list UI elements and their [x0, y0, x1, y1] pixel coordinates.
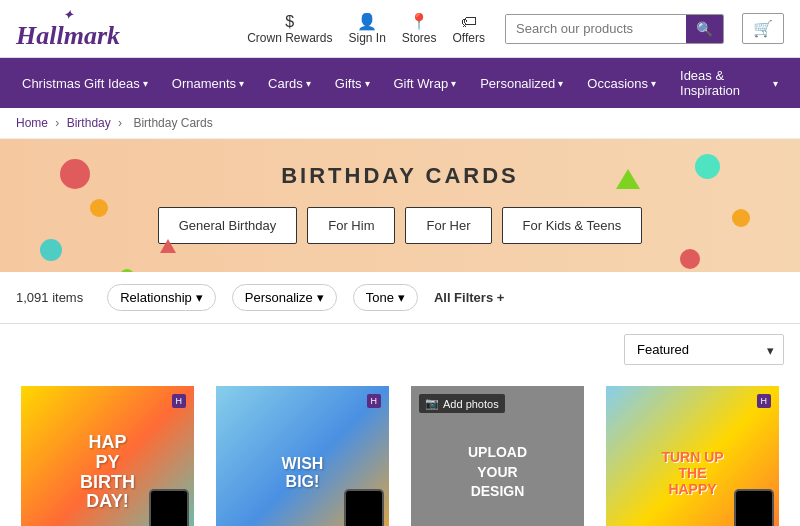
breadcrumb-birthday[interactable]: Birthday: [67, 116, 111, 130]
nav-gift-wrap[interactable]: Gift Wrap ▾: [382, 66, 469, 101]
hero-banner: BIRTHDAY CARDS General Birthday For Him …: [0, 139, 800, 272]
product-card-1[interactable]: HAPPYBIRTHDAY! venmo H ADD TO CART $4.99…: [10, 375, 205, 526]
nav-personalized[interactable]: Personalized ▾: [468, 66, 575, 101]
sign-in-link[interactable]: 👤 Sign In: [348, 12, 385, 45]
stores-link[interactable]: 📍 Stores: [402, 12, 437, 45]
sort-select[interactable]: Featured Best Sellers Price: Low to High…: [624, 334, 784, 365]
sort-row: Featured Best Sellers Price: Low to High…: [0, 324, 800, 375]
tone-filter[interactable]: Tone ▾: [353, 284, 418, 311]
offers-label: Offers: [453, 31, 485, 45]
nav-ideas-inspiration[interactable]: Ideas & Inspiration ▾: [668, 58, 790, 108]
product-2-card-text: WISHBIG!: [282, 455, 324, 491]
phone-overlay-icon: [149, 489, 189, 526]
product-image-4: TURN UPTHEHAPPY venmo H: [606, 386, 779, 526]
chevron-down-icon: ▾: [196, 290, 203, 305]
main-nav: Christmas Gift Ideas ▾ Ornaments ▾ Cards…: [0, 58, 800, 108]
camera-icon: 📷: [425, 397, 439, 410]
sign-in-icon: 👤: [357, 12, 377, 31]
relationship-filter-label: Relationship: [120, 290, 192, 305]
product-image-1: HAPPYBIRTHDAY! venmo H: [21, 386, 194, 526]
search-bar: 🔍: [505, 14, 724, 44]
nav-occasions[interactable]: Occasions ▾: [575, 66, 668, 101]
product-3-card-text: UPLOADYOURDESIGN: [468, 443, 527, 502]
offers-icon: 🏷: [461, 13, 477, 31]
nav-ornaments-label: Ornaments: [172, 76, 236, 91]
nav-gifts-label: Gifts: [335, 76, 362, 91]
nav-christmas-gift-ideas[interactable]: Christmas Gift Ideas ▾: [10, 66, 160, 101]
chevron-down-icon: ▾: [558, 78, 563, 89]
product-1-card-text: HAPPYBIRTHDAY!: [80, 433, 135, 512]
personalize-filter-label: Personalize: [245, 290, 313, 305]
offers-link[interactable]: 🏷 Offers: [453, 13, 485, 45]
personalize-filter[interactable]: Personalize ▾: [232, 284, 337, 311]
nav-cards[interactable]: Cards ▾: [256, 66, 323, 101]
hallmark-logo-badge: H: [367, 394, 382, 408]
nav-gift-wrap-label: Gift Wrap: [394, 76, 449, 91]
product-image-3: UPLOADYOURDESIGN 📷 Add photos: [411, 386, 584, 526]
filter-for-kids-teens[interactable]: For Kids & Teens: [502, 207, 643, 244]
chevron-down-icon: ▾: [451, 78, 456, 89]
product-card-4[interactable]: TURN UPTHEHAPPY venmo H ADD TO CART $4.9…: [595, 375, 790, 526]
filter-for-her[interactable]: For Her: [405, 207, 491, 244]
hallmark-logo-badge: H: [757, 394, 772, 408]
filter-general-birthday[interactable]: General Birthday: [158, 207, 298, 244]
breadcrumb: Home › Birthday › Birthday Cards: [0, 108, 800, 139]
crown-rewards-icon: $: [285, 13, 294, 31]
filters-row: 1,091 items Relationship ▾ Personalize ▾…: [0, 272, 800, 324]
all-filters-button[interactable]: All Filters +: [434, 290, 504, 305]
sign-in-label: Sign In: [348, 31, 385, 45]
product-card-3[interactable]: UPLOADYOURDESIGN 📷 Add photos PERSONALIZ…: [400, 375, 595, 526]
nav-occasions-label: Occasions: [587, 76, 648, 91]
chevron-down-icon: ▾: [317, 290, 324, 305]
hallmark-logo-badge: H: [172, 394, 187, 408]
header-nav: $ Crown Rewards 👤 Sign In 📍 Stores 🏷 Off…: [247, 12, 485, 45]
breadcrumb-sep2: ›: [118, 116, 125, 130]
search-button[interactable]: 🔍: [686, 15, 723, 43]
tone-filter-label: Tone: [366, 290, 394, 305]
chevron-down-icon: ▾: [398, 290, 405, 305]
phone-overlay-icon: [344, 489, 384, 526]
relationship-filter[interactable]: Relationship ▾: [107, 284, 216, 311]
product-4-card-text: TURN UPTHEHAPPY: [661, 449, 723, 497]
nav-ideas-label: Ideas & Inspiration: [680, 68, 770, 98]
breadcrumb-home[interactable]: Home: [16, 116, 48, 130]
crown-rewards-link[interactable]: $ Crown Rewards: [247, 13, 332, 45]
logo-text: Hallmark: [16, 23, 120, 49]
hero-filter-buttons: General Birthday For Him For Her For Kid…: [0, 207, 800, 244]
products-grid: HAPPYBIRTHDAY! venmo H ADD TO CART $4.99…: [0, 375, 800, 526]
nav-ornaments[interactable]: Ornaments ▾: [160, 66, 256, 101]
product-card-2[interactable]: WISHBIG! venmo H ADD TO CART $4.99 Wish …: [205, 375, 400, 526]
chevron-down-icon: ▾: [773, 78, 778, 89]
logo[interactable]: ✦ Hallmark: [16, 8, 120, 49]
chevron-down-icon: ▾: [365, 78, 370, 89]
nav-cards-label: Cards: [268, 76, 303, 91]
nav-christmas-label: Christmas Gift Ideas: [22, 76, 140, 91]
add-photos-label: Add photos: [443, 398, 499, 410]
product-image-2: WISHBIG! venmo H: [216, 386, 389, 526]
filter-for-him[interactable]: For Him: [307, 207, 395, 244]
page-title: BIRTHDAY CARDS: [0, 163, 800, 189]
chevron-down-icon: ▾: [651, 78, 656, 89]
stores-label: Stores: [402, 31, 437, 45]
sort-wrapper: Featured Best Sellers Price: Low to High…: [624, 334, 784, 365]
chevron-down-icon: ▾: [143, 78, 148, 89]
cart-button[interactable]: 🛒: [742, 13, 784, 44]
chevron-down-icon: ▾: [306, 78, 311, 89]
add-photos-badge: 📷 Add photos: [419, 394, 505, 413]
chevron-down-icon: ▾: [239, 78, 244, 89]
nav-personalized-label: Personalized: [480, 76, 555, 91]
breadcrumb-current: Birthday Cards: [133, 116, 212, 130]
search-input[interactable]: [506, 15, 686, 43]
stores-icon: 📍: [409, 12, 429, 31]
breadcrumb-sep1: ›: [55, 116, 62, 130]
items-count: 1,091 items: [16, 290, 83, 305]
crown-rewards-label: Crown Rewards: [247, 31, 332, 45]
nav-gifts[interactable]: Gifts ▾: [323, 66, 382, 101]
header: ✦ Hallmark $ Crown Rewards 👤 Sign In 📍 S…: [0, 0, 800, 58]
phone-overlay-icon: [734, 489, 774, 526]
